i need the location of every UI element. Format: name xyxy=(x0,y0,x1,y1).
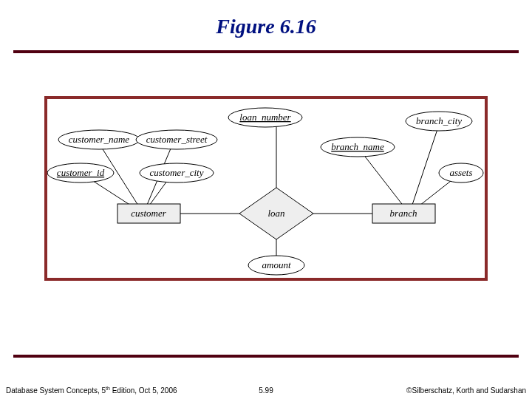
label-customer-id: customer_id xyxy=(57,167,105,178)
label-customer-name: customer_name xyxy=(69,134,130,145)
rule-bottom xyxy=(13,355,519,358)
er-diagram: customer_name customer_street customer_i… xyxy=(47,99,485,278)
label-branch-city: branch_city xyxy=(416,115,462,126)
label-customer-street: customer_street xyxy=(146,134,208,145)
label-entity-customer: customer xyxy=(131,208,167,219)
label-assets: assets xyxy=(449,167,472,178)
label-amount: amount xyxy=(262,259,291,270)
label-branch-name: branch_name xyxy=(331,141,384,152)
rule-top xyxy=(13,50,519,53)
figure-frame: customer_name customer_street customer_i… xyxy=(44,96,488,281)
label-customer-city: customer_city xyxy=(150,167,204,178)
label-loan-number: loan_number xyxy=(239,112,291,123)
footer-right: ©Silberschatz, Korth and Sudarshan xyxy=(406,386,526,395)
label-entity-branch: branch xyxy=(390,208,417,219)
svg-line-9 xyxy=(409,125,439,214)
label-relationship-loan: loan xyxy=(267,208,284,219)
slide-title: Figure 6.16 xyxy=(0,15,532,38)
